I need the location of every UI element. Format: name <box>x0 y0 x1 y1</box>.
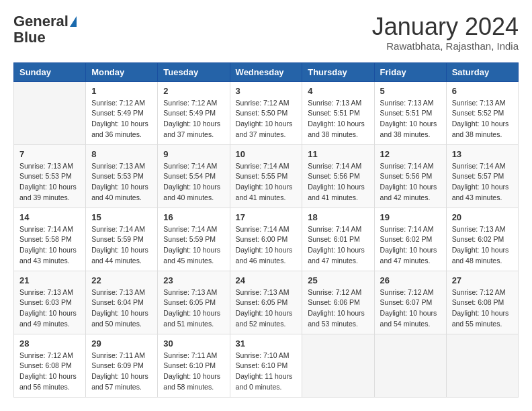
day-info-line: and 54 minutes. <box>380 320 431 328</box>
day-info-line: Sunrise: 7:13 AM <box>452 99 506 107</box>
calendar-day-cell: 25Sunrise: 7:12 AMSunset: 6:06 PMDayligh… <box>302 271 374 334</box>
day-info: Sunrise: 7:13 AMSunset: 5:51 PMDaylight:… <box>380 98 441 140</box>
day-info-line: and 42 minutes. <box>380 193 431 201</box>
day-number: 19 <box>380 212 441 222</box>
day-info: Sunrise: 7:14 AMSunset: 6:02 PMDaylight:… <box>380 224 441 267</box>
day-info-line: and 57 minutes. <box>91 383 142 391</box>
day-number: 27 <box>452 275 513 285</box>
day-info: Sunrise: 7:12 AMSunset: 6:07 PMDaylight:… <box>380 287 441 330</box>
day-info-line: and 47 minutes. <box>380 257 431 265</box>
day-info-line: and 36 minutes. <box>91 130 142 138</box>
calendar-day-cell: 15Sunrise: 7:14 AMSunset: 5:59 PMDayligh… <box>86 208 158 271</box>
day-info-line: Sunset: 5:55 PM <box>236 172 288 180</box>
day-info-line: and 55 minutes. <box>452 320 502 328</box>
day-info-line: Daylight: 10 hours <box>19 183 77 191</box>
day-info-line: and 53 minutes. <box>308 320 358 328</box>
calendar-day-cell: 16Sunrise: 7:14 AMSunset: 5:59 PMDayligh… <box>158 208 230 271</box>
calendar-day-cell <box>374 334 446 397</box>
day-info-line: Sunset: 6:00 PM <box>236 235 288 243</box>
calendar-day-header: Saturday <box>446 62 518 81</box>
calendar-day-header: Tuesday <box>158 62 230 81</box>
calendar-day-cell: 22Sunrise: 7:13 AMSunset: 6:04 PMDayligh… <box>86 271 158 334</box>
day-info-line: Daylight: 10 hours <box>380 246 437 254</box>
calendar-day-cell: 31Sunrise: 7:10 AMSunset: 6:10 PMDayligh… <box>230 334 302 397</box>
day-info-line: and 46 minutes. <box>236 257 286 265</box>
day-info-line: and 38 minutes. <box>452 130 502 138</box>
day-info-line: Daylight: 10 hours <box>163 246 220 254</box>
day-info: Sunrise: 7:13 AMSunset: 5:53 PMDaylight:… <box>19 161 80 203</box>
day-info-line: Sunrise: 7:10 AM <box>236 351 290 359</box>
day-info-line: Sunset: 5:53 PM <box>91 172 144 180</box>
logo-triangle-icon <box>70 16 77 27</box>
day-number: 26 <box>380 275 441 285</box>
day-info-line: Sunrise: 7:12 AM <box>308 288 361 296</box>
calendar-day-cell: 4Sunrise: 7:13 AMSunset: 5:51 PMDaylight… <box>302 81 374 144</box>
calendar-day-header: Monday <box>86 62 158 81</box>
day-info-line: Sunset: 5:53 PM <box>19 172 72 180</box>
day-info-line: and 44 minutes. <box>91 257 142 265</box>
day-info-line: Daylight: 10 hours <box>236 183 293 191</box>
calendar-day-cell: 14Sunrise: 7:14 AMSunset: 5:58 PMDayligh… <box>14 208 86 271</box>
day-number: 22 <box>91 275 152 285</box>
day-number: 20 <box>452 212 513 222</box>
day-info: Sunrise: 7:13 AMSunset: 6:05 PMDaylight:… <box>163 287 224 330</box>
calendar-day-cell: 11Sunrise: 7:14 AMSunset: 5:56 PMDayligh… <box>302 144 374 208</box>
day-info-line: Sunset: 6:09 PM <box>91 361 144 369</box>
calendar-day-cell: 1Sunrise: 7:12 AMSunset: 5:49 PMDaylight… <box>86 81 158 144</box>
day-info: Sunrise: 7:14 AMSunset: 5:59 PMDaylight:… <box>163 224 224 267</box>
day-info-line: and 38 minutes. <box>380 130 431 138</box>
day-number: 11 <box>308 149 368 159</box>
day-info-line: Sunrise: 7:12 AM <box>163 99 217 107</box>
day-info-line: Sunrise: 7:14 AM <box>308 225 361 233</box>
day-number: 29 <box>91 338 152 349</box>
day-info-line: Sunset: 6:07 PM <box>380 298 433 306</box>
day-info-line: Sunset: 6:10 PM <box>163 361 216 369</box>
day-number: 24 <box>236 275 297 285</box>
day-info-line: Sunset: 6:10 PM <box>236 361 288 369</box>
day-info: Sunrise: 7:13 AMSunset: 5:51 PMDaylight:… <box>308 98 368 140</box>
day-info-line: Daylight: 10 hours <box>308 183 365 191</box>
day-info-line: Sunrise: 7:13 AM <box>236 288 290 296</box>
day-info: Sunrise: 7:11 AMSunset: 6:09 PMDaylight:… <box>91 351 152 393</box>
logo-blue: Blue <box>13 30 46 46</box>
day-info: Sunrise: 7:14 AMSunset: 5:59 PMDaylight:… <box>91 224 152 267</box>
day-info-line: Sunrise: 7:14 AM <box>19 225 73 233</box>
day-number: 12 <box>380 149 441 159</box>
calendar-day-cell: 28Sunrise: 7:12 AMSunset: 6:08 PMDayligh… <box>14 334 86 397</box>
day-info-line: Daylight: 10 hours <box>236 246 293 254</box>
day-info: Sunrise: 7:12 AMSunset: 6:06 PMDaylight:… <box>308 287 368 330</box>
day-number: 21 <box>19 275 80 285</box>
day-number: 14 <box>19 212 80 222</box>
day-info-line: Daylight: 10 hours <box>91 120 148 128</box>
day-info: Sunrise: 7:13 AMSunset: 5:52 PMDaylight:… <box>452 98 513 140</box>
calendar-header-row: SundayMondayTuesdayWednesdayThursdayFrid… <box>14 62 519 81</box>
day-info-line: Sunrise: 7:14 AM <box>236 225 290 233</box>
day-info-line: and 48 minutes. <box>452 257 502 265</box>
day-info-line: and 51 minutes. <box>163 320 214 328</box>
day-number: 7 <box>19 149 80 159</box>
day-info-line: and 41 minutes. <box>308 193 358 201</box>
day-number: 17 <box>236 212 297 222</box>
calendar-week-row: 7Sunrise: 7:13 AMSunset: 5:53 PMDaylight… <box>14 144 519 208</box>
day-info-line: Sunrise: 7:14 AM <box>380 225 434 233</box>
day-number: 1 <box>91 86 152 96</box>
calendar-day-cell: 9Sunrise: 7:14 AMSunset: 5:54 PMDaylight… <box>158 144 230 208</box>
logo-general: General <box>13 13 69 30</box>
day-info-line: Sunrise: 7:14 AM <box>308 162 361 170</box>
calendar-day-header: Thursday <box>302 62 374 81</box>
day-info-line: Sunrise: 7:14 AM <box>452 162 506 170</box>
day-info-line: Daylight: 10 hours <box>236 120 293 128</box>
calendar-table: SundayMondayTuesdayWednesdayThursdayFrid… <box>13 62 519 398</box>
day-info-line: and 41 minutes. <box>236 193 286 201</box>
day-number: 31 <box>236 338 297 349</box>
day-info-line: Sunset: 6:05 PM <box>163 298 216 306</box>
day-info-line: Daylight: 10 hours <box>452 309 509 317</box>
day-info-line: Sunrise: 7:13 AM <box>308 99 361 107</box>
day-info: Sunrise: 7:12 AMSunset: 6:08 PMDaylight:… <box>452 287 513 330</box>
day-info: Sunrise: 7:12 AMSunset: 5:49 PMDaylight:… <box>91 98 152 140</box>
day-info: Sunrise: 7:11 AMSunset: 6:10 PMDaylight:… <box>163 351 224 393</box>
day-info: Sunrise: 7:13 AMSunset: 6:02 PMDaylight:… <box>452 224 513 267</box>
day-info-line: Sunset: 5:56 PM <box>308 172 360 180</box>
calendar-day-cell: 27Sunrise: 7:12 AMSunset: 6:08 PMDayligh… <box>446 271 518 334</box>
day-info-line: and 0 minutes. <box>236 383 282 391</box>
